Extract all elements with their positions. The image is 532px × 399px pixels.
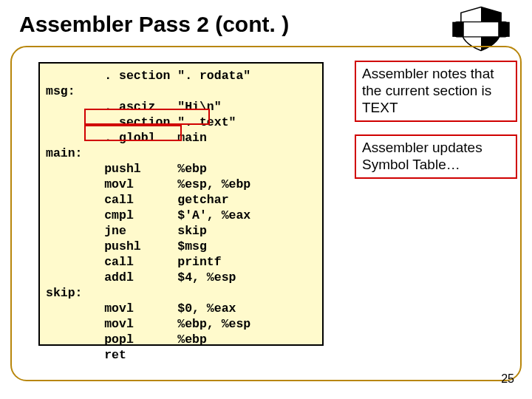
code-line: pushl %ebp [46,161,322,177]
code-box: . section ". rodata" msg: . asciz "Hi\n"… [38,62,324,346]
slide-title: Assembler Pass 2 (cont. ) [19,12,289,37]
code-line: movl %esp, %ebp [46,177,322,192]
code-line: skip: [46,285,322,301]
code-line: msg: [46,83,322,99]
code-line: jne skip [46,223,322,239]
page-number: 25 [501,372,514,386]
svg-rect-1 [452,22,464,37]
code-line: movl %ebp, %esp [46,316,322,332]
callout-section-text: Assembler notes that the current section… [355,61,517,122]
code-line: call getchar [46,192,322,208]
code-line: pushl $msg [46,239,322,254]
code-line: ret [46,347,322,363]
code-line: . section ". text" [46,115,322,130]
code-line: addl $4, %esp [46,270,322,285]
code-line: popl %ebp [46,332,322,347]
svg-rect-2 [498,22,510,37]
code-line: main: [46,146,322,161]
code-line: . section ". rodata" [46,68,322,83]
code-line: . asciz "Hi\n" [46,99,322,115]
code-line: cmpl $'A', %eax [46,208,322,223]
code-line: . globl main [46,130,322,146]
crest-logo [452,6,510,52]
callout-symbol-table: Assembler updates Symbol Table… [355,134,517,179]
code-line: call printf [46,254,322,270]
code-line: movl $0, %eax [46,301,322,316]
